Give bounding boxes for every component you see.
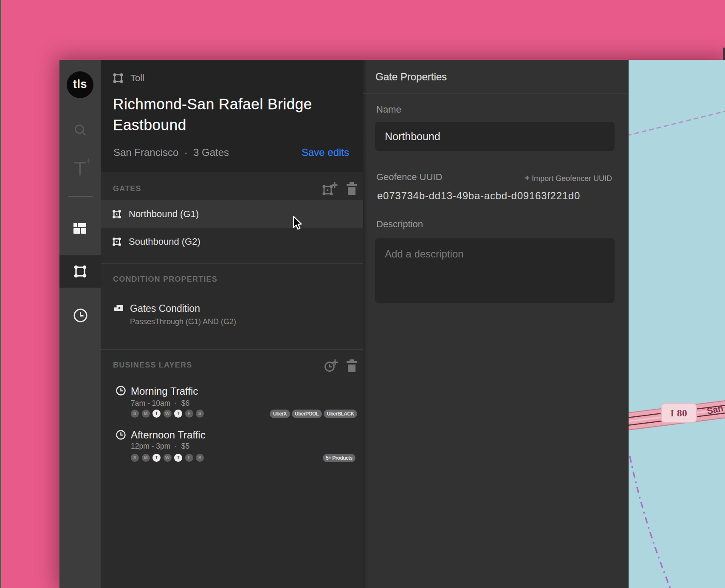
svg-text:I 80: I 80 xyxy=(670,407,687,418)
